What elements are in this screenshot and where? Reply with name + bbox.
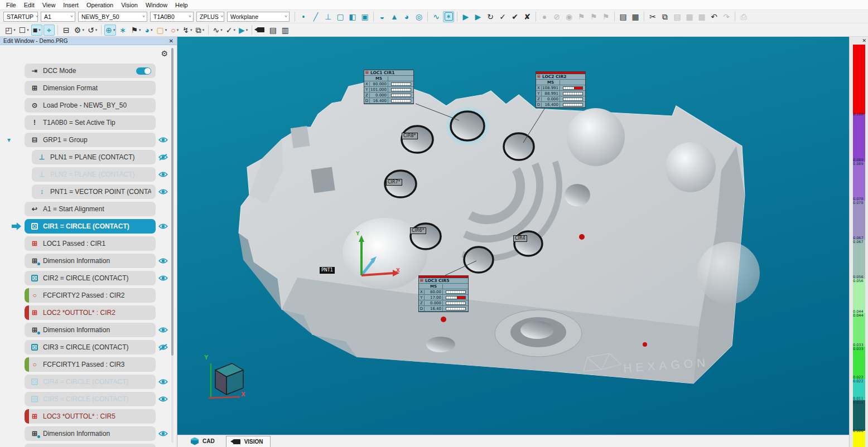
feature-tag-CIR4[interactable]: CIR4 bbox=[513, 235, 527, 242]
command-dcc[interactable]: ⇥DCC Mode bbox=[25, 64, 156, 78]
stop-icon[interactable]: ● bbox=[539, 11, 550, 22]
menu-insert[interactable]: Insert bbox=[59, 2, 83, 8]
command-loc3[interactable]: ⊞LOC3 *OUTTOL* : CIR5 bbox=[25, 409, 156, 424]
command-pln1[interactable]: ⊥PLN1 = PLANE (CONTACT) bbox=[32, 150, 156, 164]
point-feature-icon[interactable]: • bbox=[298, 11, 309, 22]
report-check-icon[interactable]: ✔ bbox=[509, 11, 520, 22]
wireframe-view-icon[interactable]: ☐▾ bbox=[18, 25, 30, 36]
settings-gear-icon[interactable]: ⚙ bbox=[161, 49, 168, 58]
command-fcfcirty2[interactable]: ○FCFCIRTY2 Passed : CIR2 bbox=[25, 288, 156, 303]
dropdown-caret-icon[interactable]: ▾ bbox=[95, 28, 98, 32]
print-icon[interactable]: ⎙ bbox=[738, 11, 749, 22]
command-loc2[interactable]: ⊞LOC2 *OUTTOL* : CIR2 bbox=[25, 305, 156, 320]
dropdown-caret-icon[interactable]: ▾ bbox=[13, 28, 16, 32]
comment-icon[interactable]: ⊟ bbox=[61, 25, 72, 36]
chart-panel-icon[interactable]: ▥ bbox=[279, 25, 291, 36]
dim-label-LOC3-CIR5[interactable]: ⊞LOC3 CIR5MSX80.00Y17.00Z0.000D16.40 bbox=[418, 275, 469, 312]
tip-combo[interactable]: T1A0B0˅ bbox=[150, 12, 194, 22]
visibility-toggle[interactable] bbox=[156, 188, 170, 195]
dropdown-caret-icon[interactable]: ▾ bbox=[27, 28, 29, 32]
loop-icon[interactable]: ↻ bbox=[485, 11, 496, 22]
dropdown-caret-icon[interactable]: ▾ bbox=[82, 28, 84, 32]
io-panel-icon[interactable]: ▤ bbox=[267, 25, 278, 36]
axes-combo[interactable]: A1˅ bbox=[41, 12, 75, 22]
auto-feature-icon[interactable]: ∗ bbox=[443, 11, 454, 22]
gage-square-icon[interactable]: ▢▾ bbox=[155, 25, 168, 36]
marker-set-icon[interactable]: ⚑ bbox=[588, 11, 599, 22]
visibility-toggle[interactable] bbox=[156, 257, 170, 264]
redo-icon[interactable]: ↷ bbox=[721, 11, 732, 22]
copy-icon[interactable]: ⧉ bbox=[659, 11, 671, 22]
feature-tag-PNT1[interactable]: PNT1 bbox=[320, 267, 335, 274]
dropdown-caret-icon[interactable]: ▾ bbox=[233, 28, 235, 32]
dim-label-LOC1-CIR1[interactable]: ⊞LOC1 CIR1MSX80.000Y101.000Z0.000D16.400 bbox=[364, 70, 414, 104]
command-fcfcirty1[interactable]: ○FCFCIRTY1 Passed : CIR3 bbox=[25, 357, 156, 372]
visibility-toggle[interactable] bbox=[156, 327, 170, 333]
plane-feature-icon[interactable]: ⊥ bbox=[322, 11, 334, 22]
feature-tag-CIR7[interactable]: CIR7* bbox=[386, 179, 402, 186]
gage-circle-icon[interactable]: ○▾ bbox=[169, 25, 180, 36]
dropdown-caret-icon[interactable]: ▾ bbox=[165, 28, 167, 32]
command-a1[interactable]: ↩A1 = Start Alignment bbox=[25, 202, 156, 216]
paste-pattern-icon[interactable]: ▦ bbox=[684, 11, 695, 22]
tab-cad[interactable]: CAD bbox=[184, 436, 221, 447]
command-cir6[interactable]: CIR6 = CIRCLE (CONTACT) bbox=[25, 444, 156, 447]
dropdown-caret-icon[interactable]: ▾ bbox=[220, 28, 223, 32]
cylinder-feature-icon[interactable]: ◒ bbox=[377, 11, 388, 22]
cone-feature-icon[interactable]: ▲ bbox=[389, 11, 400, 22]
execute-mini-icon[interactable]: ▶▾ bbox=[238, 25, 249, 36]
probe-axes-icon[interactable]: ∗ bbox=[117, 25, 128, 36]
command-load[interactable]: ⊙Load Probe - NEW5_BY_50 bbox=[25, 98, 156, 113]
command-dimension[interactable]: ⊞Dimension Information bbox=[25, 323, 156, 337]
feature-tag-CIR6[interactable]: CIR6* bbox=[410, 227, 426, 234]
visibility-toggle[interactable] bbox=[156, 344, 170, 351]
torus-feature-icon[interactable]: ◎ bbox=[413, 11, 425, 22]
tab-vision[interactable]: VISION bbox=[226, 436, 271, 447]
command-cir5[interactable]: CIR5 = CIRCLE (CONTACT) bbox=[25, 392, 156, 406]
feature-tag-CIR8[interactable]: CIR8* bbox=[402, 133, 418, 139]
view-orientation-icon[interactable]: ◰▾ bbox=[4, 25, 17, 36]
menu-file[interactable]: File bbox=[2, 2, 20, 8]
visibility-toggle[interactable] bbox=[156, 154, 170, 161]
command-cir2[interactable]: CIR2 = CIRCLE (CONTACT) bbox=[25, 271, 156, 285]
command-dimension[interactable]: ⊞Dimension Format bbox=[25, 81, 156, 95]
curve-feature-icon[interactable]: ∿ bbox=[431, 11, 442, 22]
dropdown-caret-icon[interactable]: ▾ bbox=[246, 28, 248, 32]
command-pnt1[interactable]: ↕PNT1 = VECTOR POINT (CONTACT) bbox=[32, 184, 156, 199]
dropdown-caret-icon[interactable]: ▾ bbox=[139, 28, 141, 32]
translate-view-icon[interactable]: ⊕▾ bbox=[104, 25, 116, 36]
round-slot-feature-icon[interactable]: ▢ bbox=[335, 11, 346, 22]
rotate-view-icon[interactable]: ↺▾ bbox=[86, 25, 98, 36]
report-skip-icon[interactable]: ✘ bbox=[522, 11, 533, 22]
alignment-combo[interactable]: STARTUP˅ bbox=[3, 12, 38, 22]
square-slot-feature-icon[interactable]: ▣ bbox=[359, 11, 370, 22]
menu-help[interactable]: Help bbox=[171, 2, 192, 8]
slot-feature-icon[interactable]: ◧ bbox=[347, 11, 358, 22]
line-feature-icon[interactable]: ╱ bbox=[310, 11, 321, 22]
probe-path-icon[interactable]: ∿▾ bbox=[211, 25, 223, 36]
report-grid-icon[interactable]: ▦ bbox=[630, 11, 641, 22]
probe-toggles-icon[interactable]: ⚑▾ bbox=[129, 25, 142, 36]
command-cir1[interactable]: CIR1 = CIRCLE (CONTACT) bbox=[25, 219, 156, 234]
visibility-toggle[interactable] bbox=[156, 430, 170, 437]
command-grp1[interactable]: ⊟GRP1 = Group bbox=[25, 133, 156, 147]
menu-edit[interactable]: Edit bbox=[20, 2, 38, 8]
probe-combo[interactable]: NEW5_BY_50˅ bbox=[78, 12, 147, 22]
command-cir3[interactable]: CIR3 = CIRCLE (CONTACT) bbox=[25, 340, 156, 354]
verify-check-icon[interactable]: ✓▾ bbox=[225, 25, 237, 36]
marker-clear-icon[interactable]: ⚑ bbox=[600, 11, 611, 22]
pan-view-icon[interactable]: ⌖ bbox=[44, 25, 55, 36]
close-icon[interactable]: ✕ bbox=[862, 38, 866, 43]
dim-label-LOC2-CIR2[interactable]: ⊞LOC2 CIR2MSX108.991Y88.991Z0.000D16.400 bbox=[536, 71, 586, 108]
visibility-toggle[interactable] bbox=[156, 378, 170, 385]
command-loc1[interactable]: ⊞LOC1 Passed : CIR1 bbox=[25, 236, 156, 251]
visibility-toggle[interactable] bbox=[156, 137, 170, 143]
dropdown-caret-icon[interactable]: ▾ bbox=[38, 28, 41, 32]
command-t1a0b0[interactable]: !T1A0B0 = Set Active Tip bbox=[25, 115, 156, 130]
workplane-axis-combo[interactable]: ZPLUS˅ bbox=[196, 12, 224, 22]
sphere-feature-icon[interactable]: ◕ bbox=[401, 11, 412, 22]
dcc-mode-toggle[interactable] bbox=[136, 67, 151, 75]
goto-icon[interactable]: ◉ bbox=[563, 11, 575, 22]
graphic-pointer-icon[interactable]: ↯▾ bbox=[181, 25, 193, 36]
menu-view[interactable]: View bbox=[38, 2, 60, 8]
